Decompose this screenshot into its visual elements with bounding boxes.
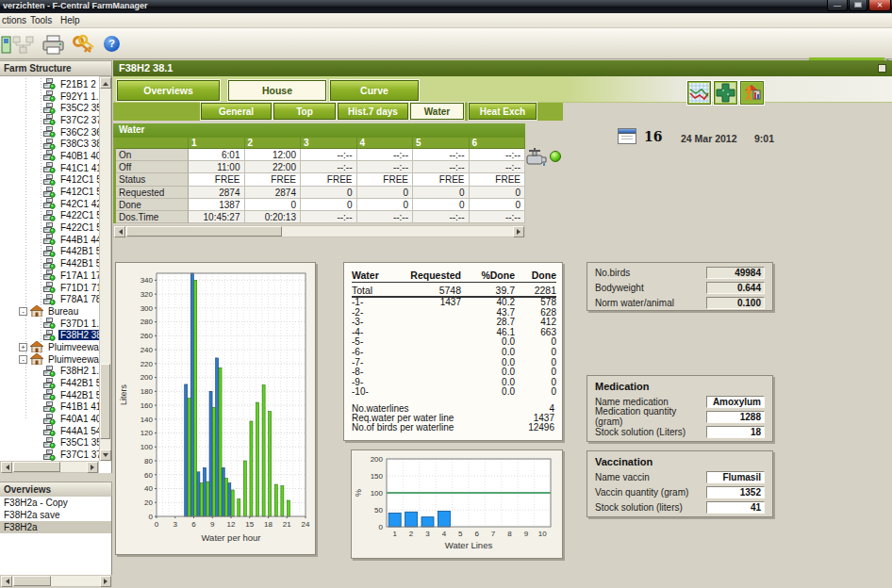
- tree-item-f37c2-37-1[interactable]: F37C2 37.1: [0, 114, 99, 126]
- help-icon[interactable]: ?: [104, 36, 128, 58]
- summary-line-done: 578: [515, 298, 556, 308]
- tree-item-f42c1-42-1[interactable]: F42C1 42.1: [0, 198, 99, 210]
- collapse-icon[interactable]: -: [19, 355, 27, 364]
- tree-item-f38c3-38-1[interactable]: F38C3 38.1: [0, 138, 99, 150]
- tree-item-f442b1-57-1[interactable]: F442B1 57.1: [0, 377, 99, 389]
- scroll-down-button[interactable]: [100, 449, 111, 461]
- keys-icon[interactable]: [72, 34, 96, 57]
- menu-tools[interactable]: Tools: [30, 15, 52, 25]
- water-hscroll-thumb[interactable]: [126, 226, 282, 237]
- water-cell: --:--: [357, 211, 414, 223]
- svg-text:80: 80: [144, 457, 153, 466]
- tab-curve[interactable]: Curve: [330, 80, 419, 101]
- tree-item-f71d1-71-1[interactable]: F71D1 71.1: [0, 282, 99, 294]
- tree-item-f412c1-52-1[interactable]: F412C1 52.1: [0, 186, 99, 198]
- tree-item-f40a1-40-1[interactable]: F40A1 40.1: [0, 413, 99, 425]
- tree-vscrollbar[interactable]: [99, 76, 111, 461]
- expand-icon[interactable]: +: [19, 343, 27, 351]
- tree-item-f37d1-1-1[interactable]: F37D1 1.1: [0, 318, 99, 330]
- tree-item-f442b1-56-1[interactable]: F442B1 56.1: [0, 389, 99, 401]
- svg-text:50: 50: [374, 506, 383, 514]
- day-number: 16: [644, 129, 662, 144]
- tree-item-f442b1-56-1[interactable]: F442B1 56.1: [0, 257, 99, 270]
- menu-actions[interactable]: ctions: [2, 15, 26, 25]
- tree-item-f40b1-40-1[interactable]: F40B1 40.1: [0, 150, 99, 162]
- tree-item-label: F412C1 51.1: [58, 174, 99, 185]
- scroll-up-button[interactable]: [100, 77, 111, 89]
- subtab-heat-exch[interactable]: Heat Exch: [469, 103, 537, 120]
- tree-item-f442b1-55-1[interactable]: F442B1 55.1: [0, 246, 99, 258]
- subtab-general[interactable]: General: [201, 103, 272, 120]
- tree-item-f35c1-35-1[interactable]: F35C1 35.1: [0, 437, 99, 449]
- tree-item-pluimveewand-70[interactable]: +Pluimveewand 70: [0, 341, 99, 353]
- tree-item-f36c2-36-1[interactable]: F36C2 36.1: [0, 126, 99, 139]
- print-icon[interactable]: [41, 34, 66, 57]
- tree-item-f92y1-1-1[interactable]: F92Y1 1.1: [0, 90, 99, 103]
- tab-overviews[interactable]: Overviews: [117, 80, 220, 101]
- livestock-tools-button[interactable]: [740, 81, 764, 105]
- collapse-icon[interactable]: -: [19, 307, 27, 316]
- menu-help[interactable]: Help: [60, 15, 80, 25]
- tree-item-f17a1-17-1[interactable]: F17A1 17.1: [0, 270, 99, 282]
- subtab-top[interactable]: Top: [273, 103, 336, 120]
- vaccination-value-stock-solution-liters[interactable]: 41: [706, 501, 765, 514]
- tree-item-f44b1-44-1[interactable]: F44B1 44.1: [0, 234, 99, 246]
- connect-icon[interactable]: [0, 34, 11, 57]
- subtab-water[interactable]: Water: [410, 103, 464, 120]
- tree-item-f78a1-78-1[interactable]: F78A1 78.1: [0, 293, 99, 305]
- medication-value-medication-quantity-gram[interactable]: 1288: [706, 411, 765, 423]
- water-per-hour-chart-svg: 0204060801001201401601802002202402602803…: [117, 264, 314, 553]
- tree-item-f38h2-38-1[interactable]: F38H2 38.1: [0, 329, 99, 341]
- window-settings-button[interactable]: [849, 0, 867, 11]
- water-row-label-requested: Requested: [116, 187, 189, 199]
- tree-item-f38h2-1-1[interactable]: F38H2 1.1: [0, 366, 99, 378]
- svg-text:Water per hour: Water per hour: [201, 532, 260, 543]
- close-button[interactable]: ✕: [868, 0, 891, 11]
- svg-text:20: 20: [144, 498, 153, 507]
- water-table-hscrollbar[interactable]: [113, 225, 525, 237]
- tree-item-f41b1-41-1[interactable]: F41B1 41.1: [0, 401, 99, 414]
- info-value-norm-water-animal[interactable]: 0.100: [706, 297, 765, 309]
- summary-line-done: 0: [515, 387, 556, 398]
- overviews-hscrollbar[interactable]: [0, 575, 112, 587]
- subtab-hist-7-days[interactable]: Hist.7 days: [338, 103, 408, 120]
- scroll-left-button[interactable]: [1, 576, 12, 587]
- scroll-right-button[interactable]: [513, 226, 524, 237]
- medication-value-stock-solution-liters[interactable]: 18: [706, 426, 765, 438]
- overview-item-f38h2a-copy[interactable]: F38H2a - Copy: [0, 497, 111, 509]
- network-icon[interactable]: [11, 34, 36, 57]
- scroll-right-button[interactable]: [87, 462, 98, 473]
- overview-item-f38h2a-save[interactable]: F38H2a save: [0, 509, 111, 521]
- climate-computer-icon: [43, 90, 56, 102]
- tab-house[interactable]: House: [228, 80, 326, 101]
- medication-value-name-medication[interactable]: Amoxylum: [706, 396, 765, 408]
- tree-item-bureau[interactable]: -Bureau: [0, 305, 99, 318]
- tree-item-f41c1-41-1[interactable]: F41C1 41.1: [0, 162, 99, 174]
- tree-item-f37c1-37-1[interactable]: F37C1 37.1: [0, 449, 99, 461]
- water-cell: FREE: [413, 173, 470, 186]
- scroll-left-button[interactable]: [114, 226, 125, 237]
- scroll-left-button[interactable]: [1, 462, 12, 473]
- summary-line-label: -6-: [352, 348, 395, 358]
- info-value-no-birds[interactable]: 49984: [706, 267, 765, 279]
- tree-hscrollbar[interactable]: [0, 461, 99, 473]
- medication-cross-button[interactable]: [714, 81, 737, 105]
- minimize-button[interactable]: —: [827, 0, 848, 11]
- tree-item-f422c1-53-1[interactable]: F422C1 53.1: [0, 210, 99, 222]
- tree-item-pluimveewand-f2[interactable]: -Pluimveewand F2: [0, 353, 99, 366]
- tree-vscroll-thumb[interactable]: [100, 364, 110, 439]
- tree-item-f412c1-51-1[interactable]: F412C1 51.1: [0, 174, 99, 187]
- overviews-hscroll-thumb[interactable]: [13, 576, 51, 586]
- tree-item-f44a1-54-1[interactable]: F44A1 54.1: [0, 425, 99, 437]
- panel-header-icon[interactable]: [878, 64, 886, 73]
- tree-item-f21b1-2[interactable]: F21B1 2: [0, 78, 99, 90]
- vaccination-value-name-vaccin[interactable]: Flumasil: [706, 471, 765, 483]
- tree-item-f35c2-35-1[interactable]: F35C2 35.1: [0, 102, 99, 114]
- info-value-bodyweight[interactable]: 0.644: [706, 282, 765, 294]
- vaccination-value-vaccin-quantity-gram[interactable]: 1352: [706, 486, 765, 498]
- chart-button[interactable]: [687, 81, 711, 105]
- tree-item-f422c1-54-1[interactable]: F422C1 54.1: [0, 221, 99, 234]
- overview-item-f38h2a[interactable]: F38H2a: [0, 521, 111, 533]
- scroll-right-button[interactable]: [100, 576, 111, 587]
- tree-hscroll-thumb[interactable]: [13, 462, 60, 472]
